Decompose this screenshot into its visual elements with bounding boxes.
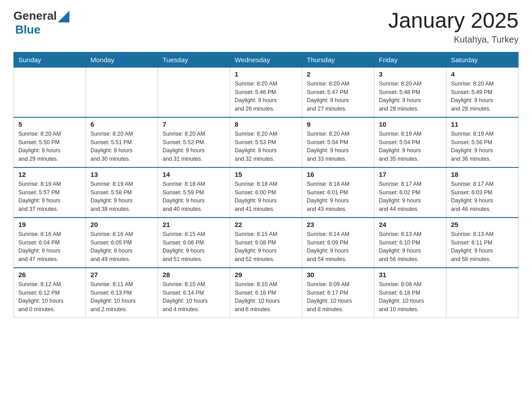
day-info: Sunrise: 8:19 AMSunset: 5:58 PMDaylight:… bbox=[90, 180, 153, 214]
day-number: 16 bbox=[307, 171, 369, 178]
calendar-week-row: 12Sunrise: 8:19 AMSunset: 5:57 PMDayligh… bbox=[14, 167, 519, 218]
calendar-cell: 7Sunrise: 8:20 AMSunset: 5:52 PMDaylight… bbox=[158, 117, 230, 167]
day-number: 28 bbox=[163, 271, 225, 278]
weekday-header-tuesday: Tuesday bbox=[158, 52, 230, 67]
calendar-cell: 27Sunrise: 8:11 AMSunset: 6:13 PMDayligh… bbox=[86, 268, 158, 318]
calendar-week-row: 1Sunrise: 8:20 AMSunset: 5:46 PMDaylight… bbox=[14, 67, 519, 117]
day-info: Sunrise: 8:08 AMSunset: 6:18 PMDaylight:… bbox=[379, 280, 442, 314]
day-number: 18 bbox=[451, 171, 514, 178]
day-number: 24 bbox=[379, 221, 442, 228]
day-info: Sunrise: 8:13 AMSunset: 6:10 PMDaylight:… bbox=[379, 230, 442, 264]
calendar-week-row: 5Sunrise: 8:20 AMSunset: 5:50 PMDaylight… bbox=[14, 117, 519, 167]
calendar-table: SundayMondayTuesdayWednesdayThursdayFrid… bbox=[13, 52, 519, 318]
svg-marker-0 bbox=[58, 11, 69, 22]
day-info: Sunrise: 8:19 AMSunset: 5:56 PMDaylight:… bbox=[451, 130, 514, 163]
day-number: 26 bbox=[18, 271, 81, 278]
calendar-cell: 22Sunrise: 8:15 AMSunset: 6:08 PMDayligh… bbox=[230, 218, 302, 268]
calendar-cell: 11Sunrise: 8:19 AMSunset: 5:56 PMDayligh… bbox=[446, 117, 519, 167]
page-header: General Blue January 2025 Kutahya, Turke… bbox=[13, 9, 519, 45]
day-info: Sunrise: 8:11 AMSunset: 6:13 PMDaylight:… bbox=[90, 280, 153, 314]
day-number: 1 bbox=[235, 70, 297, 78]
day-info: Sunrise: 8:12 AMSunset: 6:12 PMDaylight:… bbox=[18, 280, 81, 314]
logo-blue-text: Blue bbox=[15, 23, 40, 37]
day-number: 7 bbox=[163, 120, 225, 128]
calendar-cell bbox=[14, 67, 86, 117]
day-number: 9 bbox=[307, 120, 369, 128]
calendar-cell: 21Sunrise: 8:15 AMSunset: 6:06 PMDayligh… bbox=[158, 218, 230, 268]
calendar-cell: 14Sunrise: 8:18 AMSunset: 5:59 PMDayligh… bbox=[158, 167, 230, 218]
calendar-week-row: 19Sunrise: 8:16 AMSunset: 6:04 PMDayligh… bbox=[14, 218, 519, 268]
logo: General Blue bbox=[13, 9, 69, 37]
day-info: Sunrise: 8:15 AMSunset: 6:06 PMDaylight:… bbox=[163, 230, 225, 264]
day-info: Sunrise: 8:14 AMSunset: 6:09 PMDaylight:… bbox=[307, 230, 369, 264]
calendar-cell: 26Sunrise: 8:12 AMSunset: 6:12 PMDayligh… bbox=[14, 268, 86, 318]
day-number: 14 bbox=[163, 171, 225, 178]
day-number: 6 bbox=[90, 120, 153, 128]
day-number: 8 bbox=[235, 120, 297, 128]
weekday-header-thursday: Thursday bbox=[302, 52, 374, 67]
day-number: 22 bbox=[235, 221, 297, 228]
calendar-cell bbox=[86, 67, 158, 117]
day-info: Sunrise: 8:20 AMSunset: 5:46 PMDaylight:… bbox=[235, 80, 297, 113]
calendar-cell: 18Sunrise: 8:17 AMSunset: 6:03 PMDayligh… bbox=[446, 167, 519, 218]
weekday-header-wednesday: Wednesday bbox=[230, 52, 302, 67]
calendar-cell: 17Sunrise: 8:17 AMSunset: 6:02 PMDayligh… bbox=[374, 167, 446, 218]
calendar-cell: 6Sunrise: 8:20 AMSunset: 5:51 PMDaylight… bbox=[86, 117, 158, 167]
day-number: 30 bbox=[307, 271, 369, 278]
calendar-cell bbox=[446, 268, 519, 318]
weekday-header-saturday: Saturday bbox=[446, 52, 519, 67]
logo-general-text: General bbox=[13, 9, 57, 23]
calendar-cell bbox=[158, 67, 230, 117]
day-info: Sunrise: 8:10 AMSunset: 6:16 PMDaylight:… bbox=[235, 280, 297, 314]
calendar-cell: 25Sunrise: 8:13 AMSunset: 6:11 PMDayligh… bbox=[446, 218, 519, 268]
calendar-cell: 2Sunrise: 8:20 AMSunset: 5:47 PMDaylight… bbox=[302, 67, 374, 117]
day-number: 13 bbox=[90, 171, 153, 178]
day-number: 5 bbox=[18, 120, 81, 128]
calendar-week-row: 26Sunrise: 8:12 AMSunset: 6:12 PMDayligh… bbox=[14, 268, 519, 318]
day-info: Sunrise: 8:20 AMSunset: 5:53 PMDaylight:… bbox=[235, 130, 297, 163]
day-info: Sunrise: 8:17 AMSunset: 6:02 PMDaylight:… bbox=[379, 180, 442, 214]
day-info: Sunrise: 8:20 AMSunset: 5:52 PMDaylight:… bbox=[163, 130, 225, 163]
day-info: Sunrise: 8:20 AMSunset: 5:50 PMDaylight:… bbox=[18, 130, 81, 163]
day-number: 11 bbox=[451, 120, 514, 128]
day-number: 17 bbox=[379, 171, 442, 178]
calendar-cell: 30Sunrise: 8:09 AMSunset: 6:17 PMDayligh… bbox=[302, 268, 374, 318]
day-number: 12 bbox=[18, 171, 81, 178]
day-number: 2 bbox=[307, 70, 369, 78]
calendar-cell: 20Sunrise: 8:16 AMSunset: 6:05 PMDayligh… bbox=[86, 218, 158, 268]
day-number: 29 bbox=[235, 271, 297, 278]
day-info: Sunrise: 8:20 AMSunset: 5:54 PMDaylight:… bbox=[307, 130, 369, 163]
calendar-cell: 9Sunrise: 8:20 AMSunset: 5:54 PMDaylight… bbox=[302, 117, 374, 167]
day-number: 15 bbox=[235, 171, 297, 178]
weekday-header-sunday: Sunday bbox=[14, 52, 86, 67]
day-info: Sunrise: 8:10 AMSunset: 6:14 PMDaylight:… bbox=[163, 280, 225, 314]
calendar-cell: 16Sunrise: 8:18 AMSunset: 6:01 PMDayligh… bbox=[302, 167, 374, 218]
calendar-cell: 23Sunrise: 8:14 AMSunset: 6:09 PMDayligh… bbox=[302, 218, 374, 268]
calendar-cell: 19Sunrise: 8:16 AMSunset: 6:04 PMDayligh… bbox=[14, 218, 86, 268]
day-info: Sunrise: 8:18 AMSunset: 6:01 PMDaylight:… bbox=[307, 180, 369, 214]
day-number: 31 bbox=[379, 271, 442, 278]
day-info: Sunrise: 8:17 AMSunset: 6:03 PMDaylight:… bbox=[451, 180, 514, 214]
calendar-cell: 24Sunrise: 8:13 AMSunset: 6:10 PMDayligh… bbox=[374, 218, 446, 268]
day-info: Sunrise: 8:18 AMSunset: 5:59 PMDaylight:… bbox=[163, 180, 225, 214]
day-info: Sunrise: 8:19 AMSunset: 5:57 PMDaylight:… bbox=[18, 180, 81, 214]
calendar-cell: 31Sunrise: 8:08 AMSunset: 6:18 PMDayligh… bbox=[374, 268, 446, 318]
day-number: 23 bbox=[307, 221, 369, 228]
calendar-cell: 29Sunrise: 8:10 AMSunset: 6:16 PMDayligh… bbox=[230, 268, 302, 318]
day-number: 4 bbox=[451, 70, 514, 78]
calendar-cell: 5Sunrise: 8:20 AMSunset: 5:50 PMDaylight… bbox=[14, 117, 86, 167]
day-info: Sunrise: 8:19 AMSunset: 5:54 PMDaylight:… bbox=[379, 130, 442, 163]
day-number: 20 bbox=[90, 221, 153, 228]
day-number: 19 bbox=[18, 221, 81, 228]
day-info: Sunrise: 8:13 AMSunset: 6:11 PMDaylight:… bbox=[451, 230, 514, 264]
day-number: 3 bbox=[379, 70, 442, 78]
day-info: Sunrise: 8:20 AMSunset: 5:48 PMDaylight:… bbox=[379, 80, 442, 113]
day-info: Sunrise: 8:16 AMSunset: 6:05 PMDaylight:… bbox=[90, 230, 153, 264]
day-info: Sunrise: 8:20 AMSunset: 5:49 PMDaylight:… bbox=[451, 80, 514, 113]
day-number: 21 bbox=[163, 221, 225, 228]
title-block: January 2025 Kutahya, Turkey bbox=[388, 9, 519, 45]
day-info: Sunrise: 8:20 AMSunset: 5:47 PMDaylight:… bbox=[307, 80, 369, 113]
day-number: 10 bbox=[379, 120, 442, 128]
calendar-cell: 15Sunrise: 8:18 AMSunset: 6:00 PMDayligh… bbox=[230, 167, 302, 218]
calendar-cell: 13Sunrise: 8:19 AMSunset: 5:58 PMDayligh… bbox=[86, 167, 158, 218]
